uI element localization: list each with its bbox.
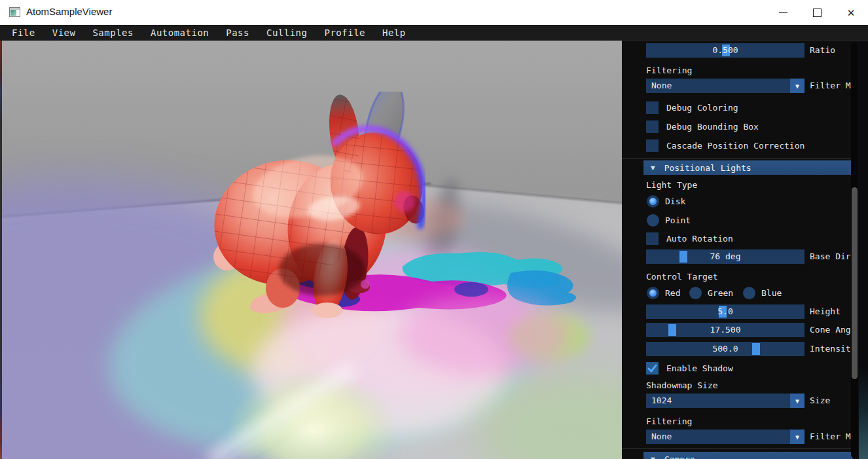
filter-mode-dropdown[interactable]: None ▼ — [646, 79, 805, 93]
radio-circle[interactable] — [647, 287, 659, 299]
menu-automation[interactable]: Automation — [151, 28, 209, 38]
ratio-label: Ratio — [810, 43, 851, 58]
filtering-label: Filtering — [646, 65, 692, 75]
height-slider[interactable]: 5.0 — [646, 304, 805, 319]
dropdown-button[interactable]: ▼ — [790, 79, 805, 93]
cascade-position-correction-checkbox[interactable]: Cascade Position Correction — [646, 138, 805, 153]
chevron-down-icon: ▼ — [795, 83, 799, 90]
filter-mode-label: Filter M — [810, 79, 851, 93]
checkbox-box[interactable] — [646, 362, 659, 375]
minimize-icon — [779, 12, 787, 13]
filtering-label: Filtering — [646, 416, 692, 426]
chevron-down-icon: ▼ — [795, 397, 799, 405]
menu-profile[interactable]: Profile — [324, 28, 365, 38]
maximize-icon — [813, 9, 822, 17]
light-type-disk-radio[interactable]: Disk — [647, 194, 685, 208]
checkbox-box[interactable] — [646, 232, 659, 245]
menu-culling[interactable]: Culling — [266, 28, 308, 38]
maximize-button[interactable] — [800, 0, 834, 25]
filter-mode-dropdown-bottom[interactable]: None ▼ — [646, 430, 805, 444]
app-icon — [9, 7, 20, 17]
enable-shadow-checkbox[interactable]: Enable Shadow — [646, 361, 733, 375]
close-button[interactable]: ✕ — [834, 0, 868, 25]
filter-mode-label: Filter M — [810, 430, 851, 444]
light-type-label: Light Type — [646, 180, 697, 190]
control-target-red-radio[interactable]: Red — [647, 285, 680, 300]
shadowmap-size-dropdown[interactable]: 1024 ▼ — [646, 394, 805, 408]
light-type-point-radio[interactable]: Point — [647, 213, 691, 227]
debug-coloring-checkbox[interactable]: Debug Coloring — [646, 100, 738, 115]
menu-pass[interactable]: Pass — [226, 28, 249, 38]
checkbox-box[interactable] — [646, 101, 659, 114]
title-bar: AtomSampleViewer ✕ — [0, 0, 868, 25]
screen-edge-artifact — [0, 41, 2, 459]
panel-scrollbar[interactable] — [851, 43, 858, 458]
check-icon — [647, 363, 657, 373]
menu-help[interactable]: Help — [382, 28, 406, 38]
auto-rotation-checkbox[interactable]: Auto Rotation — [646, 231, 733, 246]
base-direction-slider[interactable]: 76 deg — [646, 249, 805, 264]
base-direction-label: Base Dir — [810, 249, 851, 264]
checkbox-box[interactable] — [646, 120, 659, 133]
chevron-down-icon: ▼ — [795, 433, 799, 441]
cone-angle-label: Cone Ang — [810, 323, 851, 337]
height-label: Height — [810, 304, 851, 319]
debug-bounding-box-checkbox[interactable]: Debug Bounding Box — [646, 119, 759, 134]
dropdown-button[interactable]: ▼ — [790, 430, 805, 444]
menu-view[interactable]: View — [52, 28, 76, 38]
camera-header[interactable]: ▼ Camera — [643, 452, 853, 459]
control-target-blue-radio[interactable]: Blue — [743, 285, 782, 300]
checkbox-box[interactable] — [646, 139, 659, 152]
positional-lights-header[interactable]: ▼ Positional Lights — [643, 160, 853, 175]
shadowmap-size-label: Shadowmap Size — [646, 380, 718, 390]
separator — [622, 449, 858, 449]
size-label: Size — [810, 394, 851, 408]
intensity-label: Intensit — [810, 342, 851, 356]
control-target-green-radio[interactable]: Green — [689, 285, 733, 300]
minimize-button[interactable] — [766, 0, 800, 25]
radio-circle[interactable] — [647, 195, 659, 208]
radio-circle[interactable] — [647, 214, 659, 227]
atom-sample-viewer-window: AtomSampleViewer ✕ File View Samples Aut… — [0, 0, 868, 459]
scrollbar-thumb[interactable] — [852, 187, 858, 379]
collapse-arrow-icon: ▼ — [651, 455, 655, 459]
ratio-slider[interactable]: 0.500 — [646, 43, 805, 58]
radio-circle[interactable] — [689, 287, 702, 299]
settings-panel: 0.500 Ratio Filtering None ▼ Filter M De… — [622, 41, 868, 459]
menu-file[interactable]: File — [12, 28, 35, 38]
dropdown-button[interactable]: ▼ — [790, 394, 805, 408]
menu-samples[interactable]: Samples — [92, 28, 134, 38]
separator — [622, 158, 858, 158]
bunny-model — [209, 92, 425, 321]
menu-bar: File View Samples Automation Pass Cullin… — [0, 25, 868, 41]
intensity-slider[interactable]: 500.0 — [646, 342, 805, 356]
radio-circle[interactable] — [743, 287, 755, 299]
scene-edge-strip — [859, 41, 868, 459]
control-target-label: Control Target — [646, 272, 718, 282]
collapse-arrow-icon: ▼ — [651, 164, 655, 172]
close-icon: ✕ — [847, 8, 856, 18]
window-title: AtomSampleViewer — [26, 6, 112, 17]
viewport-3d[interactable] — [0, 41, 622, 459]
cone-angle-slider[interactable]: 17.500 — [646, 323, 805, 337]
